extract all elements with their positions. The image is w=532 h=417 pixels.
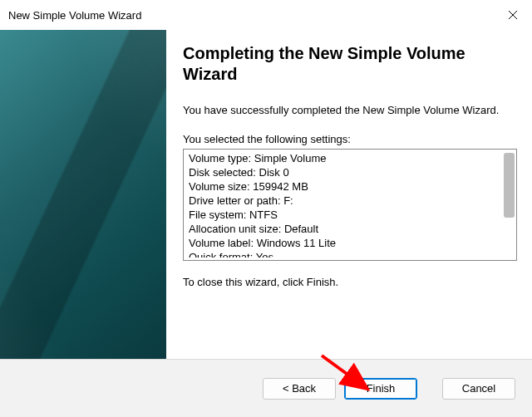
settings-label: You selected the following settings: (183, 133, 517, 145)
wizard-body: Completing the New Simple Volume Wizard … (0, 30, 532, 359)
list-item: Drive letter or path: F: (189, 194, 500, 208)
finish-button[interactable]: Finish (344, 378, 417, 400)
list-item: Disk selected: Disk 0 (189, 165, 500, 179)
list-item: Volume type: Simple Volume (189, 151, 500, 165)
wizard-banner (0, 30, 166, 359)
button-bar: < Back Finish Cancel (0, 359, 532, 417)
list-item: Allocation unit size: Default (189, 222, 500, 236)
window-title: New Simple Volume Wizard (8, 9, 141, 22)
back-button[interactable]: < Back (263, 378, 336, 400)
list-item: Quick format: Yes (189, 250, 500, 258)
settings-listbox[interactable]: Volume type: Simple Volume Disk selected… (183, 149, 517, 261)
list-item: Volume label: Windows 11 Lite (189, 236, 500, 250)
list-item: Volume size: 159942 MB (189, 179, 500, 194)
cancel-button[interactable]: Cancel (442, 378, 515, 400)
success-message: You have successfully completed the New … (183, 103, 517, 118)
page-heading: Completing the New Simple Volume Wizard (183, 43, 517, 85)
close-instruction: To close this wizard, click Finish. (183, 276, 517, 288)
titlebar: New Simple Volume Wizard (0, 0, 532, 30)
scrollbar-thumb[interactable] (504, 153, 515, 218)
wizard-content: Completing the New Simple Volume Wizard … (183, 43, 517, 351)
close-button[interactable] (494, 0, 532, 30)
close-icon (508, 10, 518, 20)
list-item: File system: NTFS (189, 208, 500, 222)
settings-listbox-inner: Volume type: Simple Volume Disk selected… (189, 151, 500, 258)
